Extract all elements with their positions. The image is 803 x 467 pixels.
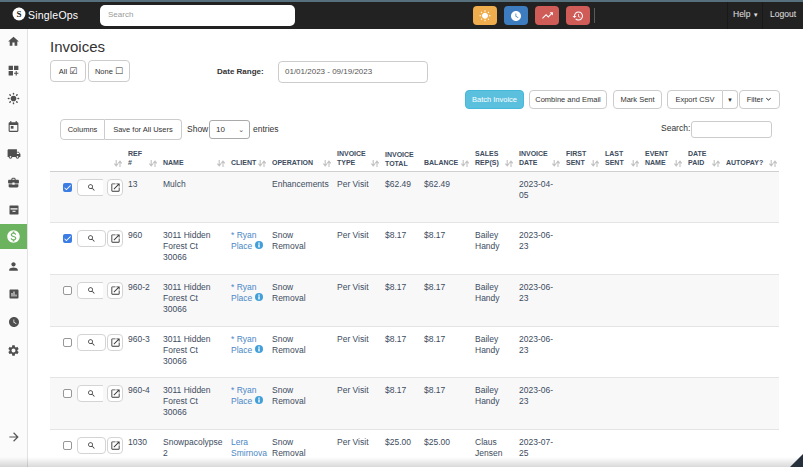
svg-text:S: S xyxy=(16,9,21,19)
